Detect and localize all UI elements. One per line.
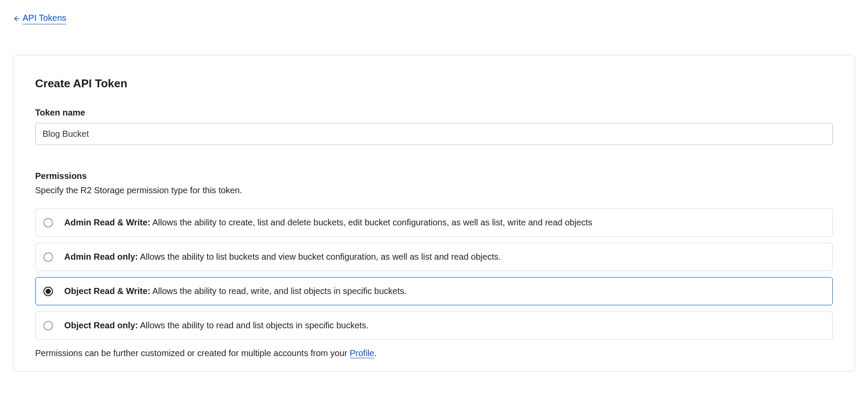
- back-link-label: API Tokens: [23, 13, 66, 24]
- permission-option-label: Admin Read & Write: Allows the ability t…: [64, 218, 592, 228]
- permission-option-label: Object Read & Write: Allows the ability …: [64, 286, 407, 296]
- permissions-title: Permissions: [35, 171, 833, 181]
- permissions-section: Permissions Specify the R2 Storage permi…: [35, 171, 833, 358]
- profile-link[interactable]: Profile: [350, 348, 375, 358]
- permission-option-label: Admin Read only: Allows the ability to l…: [64, 252, 501, 262]
- permission-option-0[interactable]: Admin Read & Write: Allows the ability t…: [35, 208, 833, 237]
- token-name-input[interactable]: [35, 123, 833, 145]
- permissions-footer-prefix: Permissions can be further customized or…: [35, 348, 350, 358]
- radio-icon: [43, 252, 53, 262]
- permissions-footer-suffix: .: [374, 348, 377, 358]
- radio-icon: [43, 218, 53, 228]
- permission-option-3[interactable]: Object Read only: Allows the ability to …: [35, 311, 833, 340]
- token-name-label: Token name: [35, 108, 833, 118]
- arrow-left-icon: [13, 15, 21, 23]
- create-token-card: Create API Token Token name Permissions …: [13, 55, 855, 372]
- back-link[interactable]: API Tokens: [13, 13, 66, 24]
- permission-option-label: Object Read only: Allows the ability to …: [64, 320, 368, 330]
- permission-option-1[interactable]: Admin Read only: Allows the ability to l…: [35, 243, 833, 271]
- radio-icon: [43, 321, 53, 330]
- page-title: Create API Token: [35, 77, 833, 90]
- permissions-footer: Permissions can be further customized or…: [35, 348, 833, 358]
- permission-option-2[interactable]: Object Read & Write: Allows the ability …: [35, 277, 833, 305]
- permissions-description: Specify the R2 Storage permission type f…: [35, 185, 833, 195]
- radio-icon: [43, 287, 53, 296]
